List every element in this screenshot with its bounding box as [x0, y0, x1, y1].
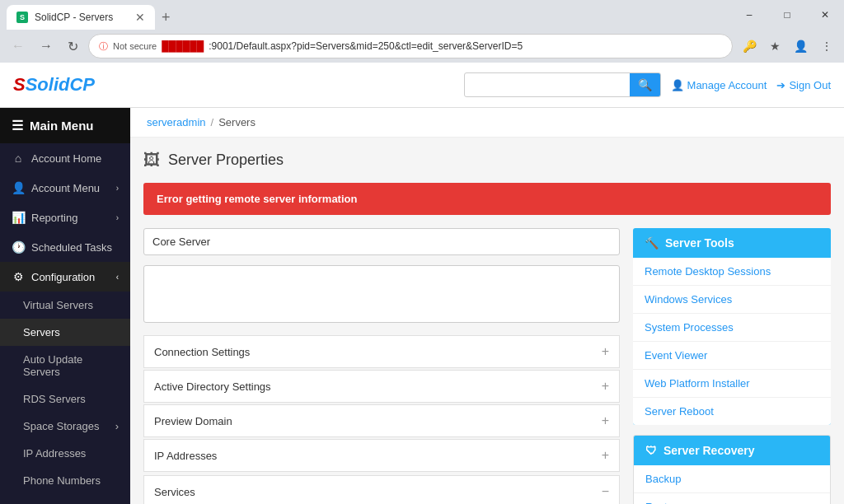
address-bar: ⓘ Not secure ██████ :9001/Default.aspx?p…	[88, 34, 733, 58]
sidebar-item-account-home[interactable]: ⌂ Account Home	[0, 143, 130, 173]
user-icon: 👤	[12, 181, 25, 194]
preview-domain-header[interactable]: Preview Domain +	[144, 405, 619, 436]
search-button[interactable]: 🔍	[630, 73, 660, 96]
sidebar-item-rds-servers[interactable]: RDS Servers	[0, 385, 130, 413]
sidebar-item-label: Reporting	[31, 212, 77, 224]
sign-out-link[interactable]: ➔ Sign Out	[776, 79, 831, 91]
sidebar-item-ip-addresses[interactable]: IP Addresses	[0, 440, 130, 467]
chevron-left-icon: ‹	[116, 273, 119, 282]
event-viewer-link[interactable]: Event Viewer	[633, 342, 831, 370]
server-name-input[interactable]	[143, 228, 620, 255]
sidebar-sub-label: Auto Update Servers	[23, 353, 82, 378]
star-icon[interactable]: ★	[765, 36, 785, 56]
main-menu-label: Main Menu	[30, 119, 94, 133]
services-section: Services − System + Add Web Sites	[143, 475, 620, 504]
clock-icon: 🕐	[12, 240, 25, 254]
tab-title: SolidCP - Servers	[35, 12, 129, 23]
ip-addresses-header[interactable]: IP Addresses +	[144, 440, 619, 471]
header-right: 🔍 👤 Manage Account ➔ Sign Out	[464, 72, 831, 97]
sidebar-item-system-settings[interactable]: System Settings	[0, 494, 130, 504]
services-label: Services	[154, 486, 195, 498]
minimize-button[interactable]: –	[730, 2, 768, 27]
preview-domain-label: Preview Domain	[154, 415, 232, 427]
error-banner: Error getting remote server information	[143, 183, 831, 215]
sidebar-item-space-storages[interactable]: Space Storages ›	[0, 413, 130, 440]
maximize-button[interactable]: □	[768, 2, 806, 27]
refresh-button[interactable]: ↻	[63, 35, 83, 58]
tab-favicon: S	[16, 12, 28, 23]
sidebar-sub-label: IP Addresses	[23, 447, 86, 460]
sidebar-sub-label: Servers	[23, 326, 60, 338]
url-text: :9001/Default.aspx?pid=Servers&mid=250&c…	[209, 40, 722, 52]
manage-account-label: Manage Account	[687, 79, 767, 91]
windows-services-link[interactable]: Windows Services	[633, 286, 831, 314]
sidebar-item-phone-numbers[interactable]: Phone Numbers	[0, 467, 130, 494]
remote-desktop-sessions-link[interactable]: Remote Desktop Sessions	[633, 258, 831, 286]
logo-s: S	[13, 74, 26, 96]
active-directory-header[interactable]: Active Directory Settings +	[144, 371, 619, 402]
connection-settings-header[interactable]: Connection Settings +	[144, 336, 619, 367]
restore-link[interactable]: Restore	[634, 493, 830, 504]
expand-icon: +	[602, 413, 609, 428]
logo: S SolidCP	[13, 74, 95, 96]
key-icon[interactable]: 🔑	[738, 36, 762, 56]
page-header: 🖼 Server Properties	[143, 151, 831, 170]
chevron-down-icon: ›	[115, 420, 119, 432]
manage-account-link[interactable]: 👤 Manage Account	[671, 79, 767, 91]
preview-domain-section: Preview Domain +	[143, 404, 620, 437]
backup-link[interactable]: Backup	[634, 465, 830, 493]
menu-icon: ☰	[12, 118, 23, 133]
connection-settings-section: Connection Settings +	[143, 335, 620, 368]
sidebar-item-reporting[interactable]: 📊 Reporting ›	[0, 203, 130, 232]
sidebar-item-configuration[interactable]: ⚙ Configuration ‹	[0, 262, 130, 292]
profile-icon[interactable]: 👤	[789, 36, 813, 56]
sign-out-label: Sign Out	[789, 79, 831, 91]
not-secure-label: Not secure	[113, 41, 157, 51]
ip-addresses-section: IP Addresses +	[143, 439, 620, 472]
close-button[interactable]: ✕	[806, 2, 844, 27]
sidebar-item-label: Account Menu	[31, 182, 100, 194]
server-recovery-title: Server Recovery	[663, 444, 755, 457]
server-recovery-header: 🛡 Server Recovery	[634, 436, 830, 465]
sidebar-sub-label: Virtual Servers	[23, 299, 93, 311]
chart-icon: 📊	[12, 211, 25, 224]
expand-icon: +	[602, 344, 609, 359]
browser-tab[interactable]: S SolidCP - Servers ✕	[7, 5, 155, 30]
menu-icon[interactable]: ⋮	[816, 36, 837, 56]
forward-button[interactable]: →	[35, 35, 58, 57]
search-input[interactable]	[465, 75, 630, 96]
chevron-down-icon: ›	[116, 184, 119, 193]
sidebar-header: ☰ Main Menu	[0, 108, 130, 143]
services-header[interactable]: Services −	[143, 475, 620, 504]
collapse-icon: −	[602, 484, 609, 499]
sidebar-sub-label: RDS Servers	[23, 393, 86, 405]
web-platform-installer-link[interactable]: Web Platform Installer	[633, 370, 831, 398]
sidebar-item-virtual-servers[interactable]: Virtual Servers	[0, 292, 130, 319]
new-tab-button[interactable]: +	[155, 9, 177, 26]
ip-addresses-label: IP Addresses	[154, 450, 217, 462]
sidebar-item-scheduled-tasks[interactable]: 🕐 Scheduled Tasks	[0, 232, 130, 262]
sidebar-item-auto-update-servers[interactable]: Auto Update Servers	[0, 346, 130, 385]
sidebar-item-label: Scheduled Tasks	[31, 241, 112, 254]
home-icon: ⌂	[12, 152, 25, 165]
back-button[interactable]: ←	[7, 35, 30, 57]
sidebar-item-servers[interactable]: Servers	[0, 319, 130, 346]
tab-close-button[interactable]: ✕	[135, 11, 145, 24]
monitor-icon: 🖼	[143, 151, 160, 170]
sidebar-sub-label: Space Storages	[23, 420, 100, 432]
active-directory-label: Active Directory Settings	[154, 380, 271, 393]
tools-icon: 🔨	[645, 236, 659, 250]
breadcrumb-current: Servers	[218, 116, 256, 128]
breadcrumb-link-serveradmin[interactable]: serveradmin	[147, 116, 206, 128]
main-content: serveradmin / Servers 🖼 Server Propertie…	[130, 108, 844, 504]
server-reboot-link[interactable]: Server Reboot	[633, 398, 831, 425]
error-message: Error getting remote server information	[157, 193, 357, 205]
sidebar-item-label: Configuration	[31, 271, 95, 283]
expand-icon: +	[602, 448, 609, 463]
sidebar: ☰ Main Menu ⌂ Account Home 👤 Account Men…	[0, 108, 130, 504]
page-title: Server Properties	[168, 152, 284, 169]
system-processes-link[interactable]: System Processes	[633, 314, 831, 342]
sidebar-item-account-menu[interactable]: 👤 Account Menu ›	[0, 173, 130, 203]
gear-icon: ⚙	[12, 270, 25, 283]
server-description-textarea[interactable]	[143, 265, 620, 323]
